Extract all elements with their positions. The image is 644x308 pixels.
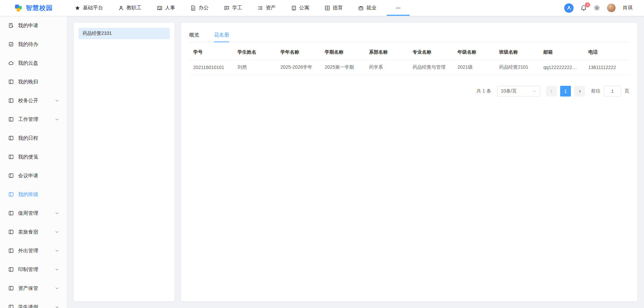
chevron-down-icon bbox=[55, 305, 59, 308]
sidebar-item-label: 会议申请 bbox=[18, 173, 59, 179]
sidebar-item-label: 资产保管 bbox=[18, 285, 50, 292]
sidebar-item-12[interactable]: 外出管理 bbox=[0, 241, 67, 260]
sidebar-item-15[interactable]: 学生请假 bbox=[0, 298, 67, 308]
doc-icon bbox=[191, 5, 196, 11]
chevron-down-icon bbox=[55, 211, 59, 215]
column-header: 年级名称 bbox=[453, 45, 495, 60]
nav-item-label: 公寓 bbox=[299, 5, 309, 11]
nav-item-0[interactable]: 基础平台 bbox=[67, 0, 111, 16]
detail-tabs: 概览花名册 bbox=[189, 28, 629, 42]
sidebar-item-label: 我的晚归 bbox=[18, 79, 59, 85]
column-header: 学生姓名 bbox=[233, 45, 276, 60]
user-area: 3 肖琪 bbox=[564, 0, 644, 16]
sidebar-item-2[interactable]: 我的云盘 bbox=[0, 54, 67, 72]
logo[interactable]: 智慧校园 bbox=[0, 0, 67, 16]
sidebar-item-11[interactable]: 差旅食宿 bbox=[0, 223, 67, 241]
table-cell: 2025第一学期 bbox=[321, 60, 365, 75]
content-area: 药品经营2101 概览花名册 学号学生姓名学年名称学期名称系部名称专业名称年级名… bbox=[67, 16, 644, 308]
people-icon bbox=[118, 5, 124, 11]
sidebar-item-4[interactable]: 校务公开 bbox=[0, 91, 67, 110]
class-list-item[interactable]: 药品经营2101 bbox=[78, 28, 170, 39]
todo-icon bbox=[8, 42, 14, 47]
nav-item-label: 教职工 bbox=[126, 5, 142, 11]
tab-0[interactable]: 概览 bbox=[189, 28, 199, 42]
nav-item-label: 基础平台 bbox=[83, 5, 103, 11]
notification-badge: 3 bbox=[585, 2, 590, 8]
table-row[interactable]: 202116010101刘然2025-2026学年2025第一学期药学系药品经营… bbox=[189, 60, 629, 75]
building-icon bbox=[291, 5, 297, 11]
panel-icon bbox=[8, 98, 14, 103]
nav-item-label: 就业 bbox=[366, 5, 376, 11]
nav-item-2[interactable]: 人事 bbox=[149, 0, 183, 16]
table-header-row: 学号学生姓名学年名称学期名称系部名称专业名称年级名称班级名称邮箱电话 bbox=[189, 45, 629, 60]
notifications-button[interactable]: 3 bbox=[580, 5, 587, 11]
sidebar-item-14[interactable]: 资产保管 bbox=[0, 279, 67, 298]
nav-more-button[interactable] bbox=[384, 0, 412, 16]
sidebar-item-8[interactable]: 会议申请 bbox=[0, 166, 67, 185]
sidebar-item-7[interactable]: 我的便笺 bbox=[0, 147, 67, 166]
page-size-select[interactable]: 10条/页 bbox=[497, 86, 540, 97]
panel-icon bbox=[8, 135, 14, 141]
chevron-down-icon bbox=[55, 98, 59, 103]
chevron-down-icon bbox=[55, 117, 59, 122]
nav-item-6[interactable]: 公寓 bbox=[283, 0, 317, 16]
avatar[interactable] bbox=[607, 3, 616, 12]
table-cell: 药品经营2101 bbox=[495, 60, 539, 75]
table-cell: 202116010101 bbox=[189, 60, 233, 75]
table-cell: 13611112222 bbox=[584, 60, 629, 75]
sidebar-item-13[interactable]: 印制管理 bbox=[0, 260, 67, 279]
chevron-down-icon bbox=[55, 230, 59, 234]
sidebar-item-5[interactable]: 工作管理 bbox=[0, 110, 67, 129]
settings-button[interactable] bbox=[594, 5, 600, 11]
panel-icon bbox=[8, 210, 14, 216]
sidebar-item-10[interactable]: 值周管理 bbox=[0, 204, 67, 223]
panel-icon bbox=[8, 248, 14, 253]
nav-item-8[interactable]: 就业 bbox=[351, 0, 384, 16]
sidebar-item-0[interactable]: 我的申请 bbox=[0, 16, 67, 35]
sidebar-item-1[interactable]: 我的待办 bbox=[0, 35, 67, 54]
sidebar-item-label: 学生请假 bbox=[18, 304, 50, 308]
sidebar-item-label: 外出管理 bbox=[18, 248, 50, 254]
idcard-icon bbox=[157, 5, 162, 11]
assistant-button[interactable] bbox=[564, 3, 574, 13]
table-cell: 刘然 bbox=[233, 60, 276, 75]
username[interactable]: 肖琪 bbox=[623, 5, 633, 11]
sidebar-item-9[interactable]: 我的班级 bbox=[0, 185, 67, 204]
nav-item-label: 学工 bbox=[232, 5, 242, 11]
nav-item-4[interactable]: 学工 bbox=[216, 0, 250, 16]
panel-icon bbox=[8, 117, 14, 122]
tab-1[interactable]: 花名册 bbox=[214, 28, 229, 42]
chevron-right-icon bbox=[578, 89, 582, 94]
table-cell: 2025-2026学年 bbox=[276, 60, 321, 75]
sidebar-item-label: 我的便笺 bbox=[18, 154, 59, 160]
nav-item-5[interactable]: 资产 bbox=[250, 0, 283, 16]
chevron-down-icon bbox=[532, 89, 536, 93]
sidebar-item-3[interactable]: 我的晚归 bbox=[0, 72, 67, 91]
more-icon bbox=[395, 5, 401, 11]
sidebar-item-label: 值周管理 bbox=[18, 210, 50, 217]
page-number-button[interactable]: 1 bbox=[560, 86, 571, 97]
cloud-icon bbox=[8, 60, 14, 66]
sidebar-item-label: 工作管理 bbox=[18, 116, 50, 123]
column-header: 专业名称 bbox=[409, 45, 453, 60]
prev-page-button[interactable] bbox=[546, 86, 557, 97]
nav-item-1[interactable]: 教职工 bbox=[111, 0, 149, 16]
sidebar-item-6[interactable]: 我的日程 bbox=[0, 129, 67, 147]
roster-table: 学号学生姓名学年名称学期名称系部名称专业名称年级名称班级名称邮箱电话202116… bbox=[189, 45, 629, 75]
pagination: 共 1 条 10条/页 1 前往 页 bbox=[189, 86, 629, 97]
sidebar-item-label: 我的日程 bbox=[18, 135, 59, 141]
nav-item-3[interactable]: 办公 bbox=[183, 0, 216, 16]
chevron-down-icon bbox=[55, 267, 59, 272]
column-header: 邮箱 bbox=[539, 45, 584, 60]
next-page-button[interactable] bbox=[574, 86, 585, 97]
logo-icon bbox=[14, 4, 23, 12]
chevron-down-icon bbox=[55, 286, 59, 291]
pagination-total: 共 1 条 bbox=[476, 88, 491, 94]
table-cell: 药品经营与管理 bbox=[409, 60, 453, 75]
chevron-down-icon bbox=[55, 248, 59, 253]
goto-page-input[interactable] bbox=[604, 86, 621, 97]
column-header: 学号 bbox=[189, 45, 233, 60]
sidebar: 我的申请我的待办我的云盘我的晚归校务公开工作管理我的日程我的便笺会议申请我的班级… bbox=[0, 16, 67, 308]
panel-icon bbox=[8, 154, 14, 160]
nav-item-7[interactable]: 德育 bbox=[317, 0, 351, 16]
